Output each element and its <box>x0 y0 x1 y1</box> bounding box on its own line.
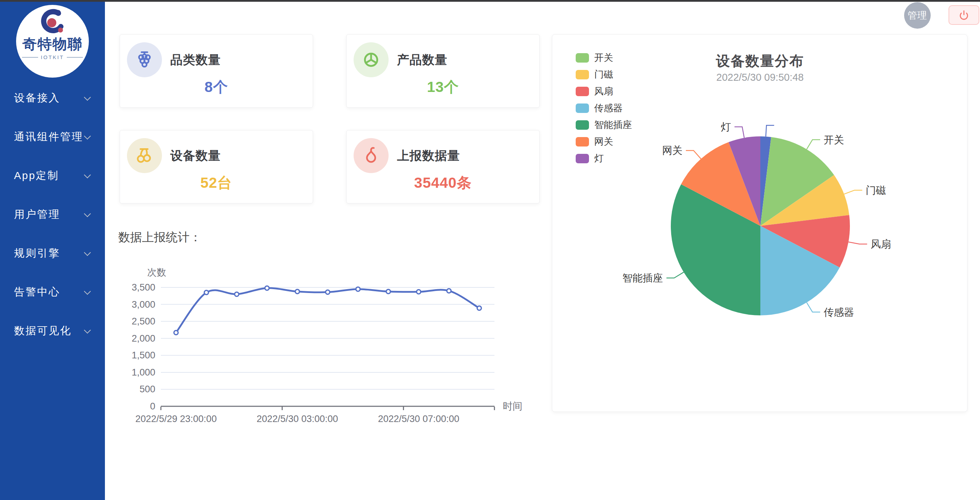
sidebar-item-user-management[interactable]: 用户管理 <box>0 195 105 234</box>
data-point <box>386 289 390 294</box>
line-chart-section-title: 数据上报统计： <box>118 229 202 246</box>
pie-slice-label: 风扇 <box>870 238 891 250</box>
pie-label-line <box>807 302 820 312</box>
pie-slice-label: 传感器 <box>824 306 854 318</box>
data-point <box>235 292 239 296</box>
logo-rule-right <box>67 57 83 58</box>
sidebar-item-comm-components[interactable]: 通讯组件管理 <box>0 117 105 156</box>
y-tick-label: 2,000 <box>132 333 155 344</box>
x-tick-label: 2022/5/29 23:00:00 <box>135 414 217 424</box>
pie-label-line <box>686 150 701 159</box>
dashboard-screen: 奇特物聯 IOTKIT 设备接入 通讯组件管理 App定制 用户管理 <box>0 0 980 500</box>
device-distribution-card: 设备数量分布 2022/5/30 09:50:48 开关门磁风扇传感器智能插座网… <box>552 34 967 412</box>
device-count-card: 设备数量 52台 <box>119 130 313 203</box>
chevron-down-icon <box>84 210 91 217</box>
stat-value: 8个 <box>120 77 313 97</box>
pie-label-line <box>844 190 862 194</box>
x-tick-label: 2022/5/30 03:00:00 <box>257 414 338 424</box>
sidebar: 奇特物聯 IOTKIT 设备接入 通讯组件管理 App定制 用户管理 <box>0 2 105 500</box>
pie-slice-label: 门磁 <box>865 185 886 196</box>
chevron-down-icon <box>84 94 91 101</box>
avatar-label: 管理 <box>908 9 927 22</box>
product-count-card: 产品数量 13个 <box>346 34 540 108</box>
sidebar-item-data-visualization[interactable]: 数据可见化 <box>0 311 105 350</box>
y-tick-label: 1,500 <box>132 350 155 360</box>
cherries-icon <box>127 138 162 173</box>
logo-subtitle: IOTKIT <box>22 54 83 60</box>
stat-title: 上报数据量 <box>397 148 460 164</box>
y-tick-label: 2,500 <box>132 316 155 327</box>
data-point <box>295 289 299 294</box>
x-axis-name: 时间 <box>503 401 522 411</box>
pie-label-line <box>667 272 684 278</box>
stat-value: 52台 <box>120 173 313 193</box>
pie-slice-label: 开关 <box>824 134 844 146</box>
pie-slice-label: 灯 <box>721 121 731 133</box>
data-point <box>174 330 178 335</box>
logo-swirl-icon <box>38 8 67 37</box>
chevron-down-icon <box>84 249 91 256</box>
stat-value: 35440条 <box>347 173 539 193</box>
x-tick-label: 2022/5/30 07:00:00 <box>378 414 460 424</box>
citrus-slice-icon <box>353 42 388 77</box>
sidebar-item-rule-engine[interactable]: 规则引擎 <box>0 234 105 273</box>
data-point <box>477 306 481 310</box>
chevron-down-icon <box>84 171 91 178</box>
report-data-count-card: 上报数据量 35440条 <box>346 130 540 203</box>
logo-title: 奇特物聯 <box>22 37 83 52</box>
y-axis-name: 次数 <box>147 267 166 278</box>
report-line-chart: 05001,0001,5002,0002,5003,0003,5002022/5… <box>115 260 553 442</box>
pear-icon <box>353 138 388 173</box>
top-strip <box>0 0 980 2</box>
chevron-down-icon <box>84 288 91 295</box>
sidebar-item-device-access[interactable]: 设备接入 <box>0 79 105 117</box>
pie-label-line <box>735 127 744 138</box>
stat-title: 品类数量 <box>170 52 221 68</box>
pie-label-line <box>807 140 820 149</box>
pie-slice-label: 智能插座 <box>622 272 663 284</box>
sidebar-item-alert-center[interactable]: 告警中心 <box>0 273 105 311</box>
data-point <box>326 290 330 294</box>
data-point <box>204 290 208 295</box>
pie-label-line <box>848 242 867 244</box>
logout-button[interactable] <box>948 5 979 25</box>
y-tick-label: 3,500 <box>132 282 155 293</box>
sidebar-menu: 设备接入 通讯组件管理 App定制 用户管理 规则引擎 告警中心 <box>0 79 105 350</box>
category-count-card: 品类数量 8个 <box>119 34 313 108</box>
power-icon <box>958 9 970 21</box>
data-point <box>417 290 421 294</box>
y-tick-label: 500 <box>140 384 155 394</box>
stat-value: 13个 <box>347 77 539 97</box>
pie-label-line <box>766 125 774 137</box>
y-tick-label: 3,000 <box>132 299 155 310</box>
pie-slice-label: 网关 <box>662 145 682 156</box>
device-distribution-pie-chart: 开关门磁风扇传感器智能插座网关灯 <box>552 35 968 411</box>
logo-rule-left <box>22 57 38 58</box>
stat-title: 产品数量 <box>397 52 447 68</box>
y-tick-label: 1,000 <box>132 367 155 378</box>
stat-title: 设备数量 <box>170 148 221 164</box>
sidebar-item-app-custom[interactable]: App定制 <box>0 156 105 195</box>
data-point <box>447 289 451 293</box>
chevron-down-icon <box>84 327 91 333</box>
y-tick-label: 0 <box>150 401 155 411</box>
user-avatar[interactable]: 管理 <box>904 2 931 29</box>
grapes-icon <box>127 42 162 77</box>
data-point <box>265 286 269 290</box>
data-point <box>356 287 360 291</box>
chevron-down-icon <box>84 133 91 140</box>
app-logo: 奇特物聯 IOTKIT <box>16 5 89 78</box>
